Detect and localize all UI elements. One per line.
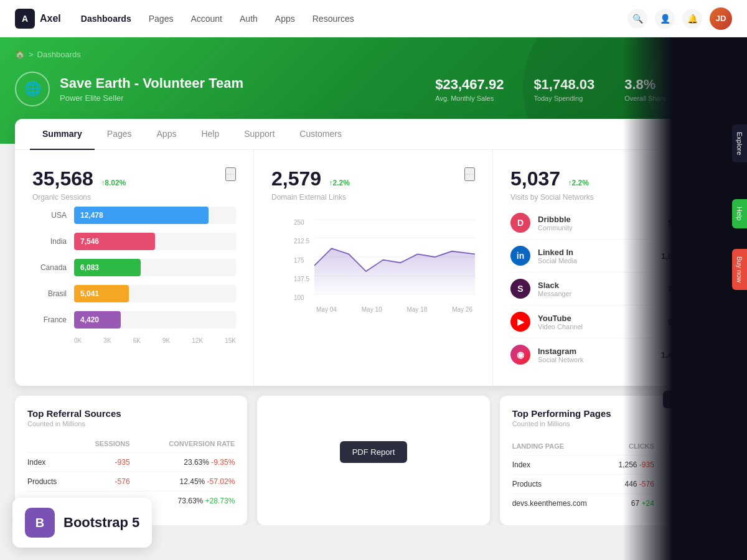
line-chart-x-labels: May 04 May 10 May 18 May 26 [294,306,475,313]
bar-row-canada: Canada 6,083 [32,259,236,276]
organic-sessions-more[interactable]: ··· [225,167,236,181]
hero-stat-share: 3.8% Overall Share [624,77,666,102]
nav-apps[interactable]: Apps [275,14,295,24]
tab-summary[interactable]: Summary [30,119,95,150]
nav-links: Dashboards Pages Account Auth Apps Resou… [81,14,627,24]
hero-stats: $23,467.92 Avg. Monthly Sales $1,748.03 … [435,77,732,102]
domain-links-change: ↑2.2% [329,179,350,187]
social-visits-label: Visits by Social Networks [510,193,594,202]
table-row: devs.keenthemes.com 67 +24 7.63 +8.73 [512,494,720,513]
table-row: Products 446 -576 1.45 0.32 [512,475,720,494]
home-icon[interactable]: 🏠 [15,50,25,59]
linkedin-icon: in [510,246,530,266]
organic-sessions-label: Organic Sessions [32,193,126,202]
social-row-slack: S Slack Messanger 794 ↑0.2% [510,273,715,306]
domain-links-panel: 2,579 ↑2.2% Domain External Links ··· 25… [254,150,493,386]
hero-info: Save Earth - Volunteer Team Power Elite … [60,75,243,103]
main-card: Summary Pages Apps Help Support Customer… [15,119,732,386]
bar-axis: 0K 3K 6K 9K 12K 15K [32,337,236,344]
top-pages-pdf-button[interactable]: PDF Report [663,391,720,408]
bar-row-india: India 7,546 [32,233,236,250]
dribbble-icon: D [510,213,530,233]
referral-header: Top Referral Sources Counted in Millions [27,408,235,427]
main-wrapper: Summary Pages Apps Help Support Customer… [15,119,732,525]
line-chart-wrap: 250 212.5 175 137.5 100 [271,212,475,318]
nav-right: 🔍 👤 🔔 JD [627,7,732,30]
breadcrumb-separator: > [29,50,34,59]
organic-sessions-change: ↑8.02% [101,179,126,187]
hero-subtitle: Power Elite Seller [60,93,243,103]
avatar[interactable]: JD [710,7,732,30]
table-row: Index -935 23.63% -9.35% [27,453,235,472]
tabs: Summary Pages Apps Help Support Customer… [15,119,732,150]
nav-auth[interactable]: Auth [240,14,258,24]
hero-stat-monthly-value: $23,467.92 [435,77,504,93]
search-button[interactable]: 🔍 [627,9,647,29]
brand: A Axel [15,9,61,29]
bootstrap-icon: B [25,508,55,525]
social-row-instagram: ◉ Instagram Social Network 1,458 ↑8.3% [510,338,715,371]
buy-panel[interactable]: Buy now [732,249,747,290]
settings-button[interactable]: 🔔 [682,9,702,29]
help-panel[interactable]: Help [732,199,747,228]
social-list: D Dribbble Community 579 ↑2.6% in Linked… [510,202,715,376]
tab-support[interactable]: Support [232,119,287,150]
social-row-youtube: ▶ YouTube Video Channel 978 ↑4.1% [510,306,715,338]
nav-dashboards[interactable]: Dashboards [81,14,131,24]
notifications-button[interactable]: 👤 [655,9,675,29]
social-row-linkedin: in Linked In Social Media 1,088 ↓0.4% [510,240,715,273]
tab-pages[interactable]: Pages [95,119,144,150]
line-chart-svg [314,217,475,297]
nav-account[interactable]: Account [190,14,222,24]
hero-logo: 🌐 [15,72,50,106]
top-pages-table: LANDING PAGE CLICKS AVG. POSITION Index … [512,440,720,513]
tab-help[interactable]: Help [189,119,232,150]
organic-sessions-panel: 35,568 ↑8.02% Organic Sessions ··· USA 1… [15,150,254,386]
social-visits-change: ↑2.2% [568,179,589,187]
domain-links-more[interactable]: ··· [464,167,475,181]
breadcrumb-current: Dashboards [37,50,81,59]
table-row: Index 1,256 -935 2.63 -1.35 [512,455,720,475]
hero-stat-days-value: -7.4% [697,77,732,93]
top-pages-card: Top Performing Pages Counted in Millions… [500,396,732,525]
bar-chart: USA 12,478 India 7,546 [32,202,236,349]
bar-row-france: France 4,420 [32,311,236,329]
domain-links-label: Domain External Links [271,193,350,202]
social-visits-value: 5,037 [510,167,560,190]
tab-apps[interactable]: Apps [144,119,189,150]
bootstrap-text: Bootstrap 5 [63,515,139,525]
bar-row-usa: USA 12,478 [32,207,236,224]
tab-customers[interactable]: Customers [287,119,354,150]
social-row-dribbble: D Dribbble Community 579 ↑2.6% [510,207,715,240]
hero-stat-monthly: $23,467.92 Avg. Monthly Sales [435,77,504,102]
nav-resources[interactable]: Resources [312,14,354,24]
hero-stat-share-value: 3.8% [624,77,666,93]
organic-sessions-value: 35,568 [32,167,93,190]
social-visits-more[interactable]: ··· [704,167,715,181]
domain-links-value: 2,579 [271,167,321,190]
stats-row: 35,568 ↑8.02% Organic Sessions ··· USA 1… [15,150,732,386]
hero-stat-spending-value: $1,748.03 [533,77,594,93]
pdf-report-button[interactable]: PDF Report [340,441,408,463]
referral-title: Top Referral Sources [27,408,235,419]
nav-pages[interactable]: Pages [149,14,174,24]
table-row: Products -576 12.45% -57.02% [27,472,235,492]
youtube-icon: ▶ [510,312,530,332]
top-pages-subtitle: Counted in Millions [512,420,611,427]
hero-content: 🌐 Save Earth - Volunteer Team Power Elit… [15,72,732,106]
referral-subtitle: Counted in Millions [27,420,235,427]
social-visits-panel: 5,037 ↑2.2% Visits by Social Networks ··… [493,150,732,386]
hero-stat-monthly-label: Avg. Monthly Sales [435,95,504,102]
pdf-report-card: PDF Report [257,396,489,525]
explore-panel[interactable]: Explore [732,124,747,162]
slack-icon: S [510,279,530,299]
hero-stat-share-label: Overall Share [624,95,666,102]
hero-stat-spending: $1,748.03 Today Spending [533,77,594,102]
hero-stat-days: -7.4% 7 Days [697,77,732,102]
brand-icon: A [15,9,35,29]
navbar: A Axel Dashboards Pages Account Auth App… [0,0,747,37]
breadcrumb: 🏠 > Dashboards [15,50,732,59]
hero-stat-days-label: 7 Days [697,95,732,102]
top-pages-title: Top Performing Pages [512,408,611,419]
hero-stat-spending-label: Today Spending [533,95,594,102]
